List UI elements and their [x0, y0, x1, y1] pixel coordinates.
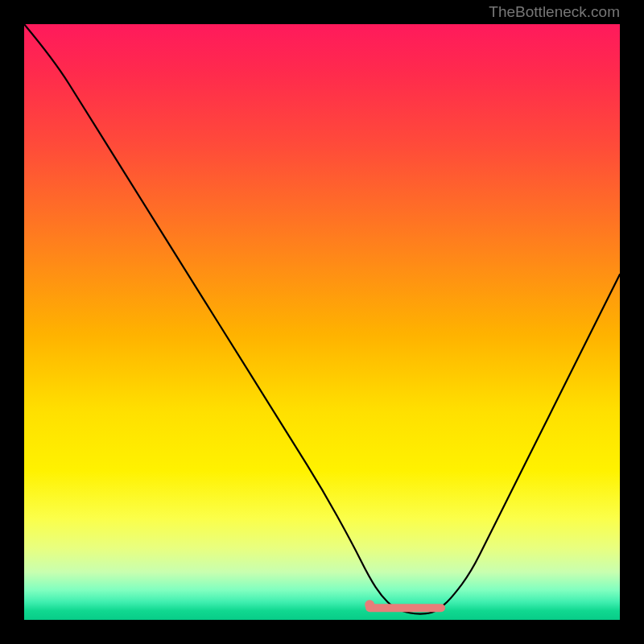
bottleneck-curve [24, 24, 620, 614]
highlight-start-dot [365, 600, 374, 609]
attribution-text: TheBottleneck.com [489, 3, 620, 21]
plot-area [24, 24, 620, 620]
chart-container: TheBottleneck.com [0, 0, 644, 644]
curve-svg [24, 24, 620, 620]
